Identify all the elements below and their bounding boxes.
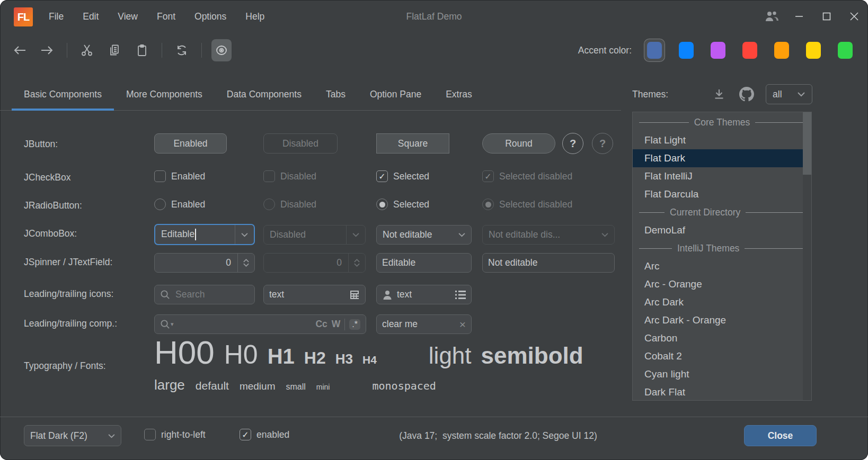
chevron-down-icon[interactable]: [235, 225, 254, 244]
themes-filter-combobox[interactable]: all: [766, 84, 812, 104]
refresh-button[interactable]: [172, 39, 192, 61]
github-icon[interactable]: [739, 87, 754, 102]
radio-selected-icon[interactable]: [376, 199, 388, 210]
tab-tabs[interactable]: Tabs: [314, 78, 358, 110]
checkbox-icon[interactable]: [144, 429, 156, 440]
accent-swatch-red[interactable]: [740, 39, 760, 61]
theme-list-scrollbar-thumb[interactable]: [803, 112, 811, 175]
show-hidden-toggle[interactable]: [211, 39, 232, 61]
close-window-button[interactable]: [840, 0, 868, 33]
theme-item-arc-dark[interactable]: Arc Dark: [633, 293, 811, 311]
checkbox-icon[interactable]: [154, 170, 166, 182]
theme-item-dark-flat[interactable]: Dark Flat: [633, 383, 811, 401]
checkbox-disabled: Disabled: [263, 170, 316, 182]
theme-item-arc[interactable]: Arc: [633, 257, 811, 275]
chevron-down-icon[interactable]: [102, 426, 121, 446]
enabled-checkbox[interactable]: ✓ enabled: [240, 429, 289, 440]
radio-icon[interactable]: [154, 199, 166, 210]
textfield-editable[interactable]: Editable: [376, 253, 472, 273]
theme-item-arc-dark-orange[interactable]: Arc Dark - Orange: [633, 311, 811, 329]
theme-item-arc-orange[interactable]: Arc - Orange: [633, 275, 811, 293]
radio-enabled[interactable]: Enabled: [154, 199, 205, 210]
list-icon[interactable]: [455, 290, 466, 300]
theme-item-flat-light[interactable]: Flat Light: [633, 131, 811, 149]
help-button[interactable]: ?: [562, 133, 583, 154]
whole-words-toggle[interactable]: W: [332, 319, 341, 330]
search-with-options-field[interactable]: ▾ Cc W .*: [154, 314, 366, 334]
menu-file[interactable]: File: [39, 0, 73, 33]
toolbar-separator: [162, 43, 162, 58]
radio-selected[interactable]: Selected: [376, 199, 429, 210]
text-field-table[interactable]: text: [263, 285, 366, 304]
theme-item-flat-dark[interactable]: Flat Dark: [633, 149, 811, 167]
table-icon[interactable]: [349, 290, 360, 300]
combobox-editable[interactable]: Editable: [154, 224, 255, 245]
cut-button[interactable]: [77, 39, 97, 61]
clear-icon[interactable]: ×: [459, 318, 466, 331]
copy-button[interactable]: [104, 39, 125, 61]
accent-swatch-green[interactable]: [835, 39, 855, 61]
download-icon[interactable]: [713, 88, 725, 101]
checkbox-checked-icon[interactable]: ✓: [240, 429, 251, 440]
combobox-not-editable[interactable]: Not editable: [376, 225, 472, 245]
paste-button[interactable]: [132, 39, 152, 61]
theme-item-flat-intellij[interactable]: Flat IntelliJ: [633, 167, 811, 185]
accent-swatch-orange[interactable]: [772, 39, 792, 61]
title-bar: FL File Edit View Font Options Help Flat…: [0, 0, 868, 33]
back-button[interactable]: [10, 39, 30, 61]
combobox-editable-value: Editable: [161, 229, 194, 239]
menu-help[interactable]: Help: [236, 0, 274, 33]
accent-swatch-default[interactable]: [644, 39, 665, 61]
clearable-field[interactable]: clear me ×: [376, 314, 472, 334]
enabled-button[interactable]: Enabled: [154, 133, 227, 154]
monospaced-sample: monospaced: [372, 380, 436, 392]
tab-basic-components[interactable]: Basic Components: [12, 78, 114, 110]
toolbar-separator: [201, 43, 202, 58]
forward-button[interactable]: [37, 39, 57, 61]
spinner-enabled[interactable]: 0: [154, 253, 255, 273]
tab-data-components[interactable]: Data Components: [215, 78, 314, 110]
search-dropdown-icon[interactable]: ▾: [160, 319, 174, 329]
leading-comp-row-label: Leading/trailing comp.:: [24, 318, 117, 329]
users-icon[interactable]: [758, 0, 785, 33]
theme-item-flat-darcula[interactable]: Flat Darcula: [633, 185, 811, 203]
tab-more-components[interactable]: More Components: [114, 78, 215, 110]
menu-view[interactable]: View: [108, 0, 147, 33]
themes-filter-value: all: [773, 89, 782, 100]
chevron-down-icon[interactable]: [452, 226, 471, 244]
menu-options[interactable]: Options: [185, 0, 236, 33]
theme-item-demolaf[interactable]: DemoLaf: [633, 221, 811, 239]
accent-swatch-magenta[interactable]: [708, 39, 728, 61]
checkbox-icon: [263, 170, 275, 182]
status-text: (Java 17; system scale factor 2.0; Segoe…: [347, 425, 649, 446]
tab-extras[interactable]: Extras: [433, 78, 484, 110]
lookandfeel-combobox[interactable]: Flat Dark (F2): [24, 425, 121, 446]
menu-edit[interactable]: Edit: [73, 0, 108, 33]
rtl-checkbox[interactable]: right-to-left: [144, 429, 206, 440]
square-button[interactable]: Square: [376, 133, 449, 154]
radio-disabled: Disabled: [263, 199, 316, 210]
theme-item-cyan-light[interactable]: Cyan light: [633, 365, 811, 383]
tab-option-pane[interactable]: Option Pane: [358, 78, 433, 110]
accent-swatch-blue[interactable]: [676, 39, 696, 61]
maximize-button[interactable]: [813, 0, 840, 33]
match-case-toggle[interactable]: Cc: [315, 319, 327, 330]
checkbox-checked-icon[interactable]: ✓: [376, 170, 388, 182]
search-field[interactable]: [154, 285, 255, 304]
menu-font[interactable]: Font: [147, 0, 185, 33]
text-field-person[interactable]: text: [376, 285, 472, 304]
round-button[interactable]: Round: [482, 133, 555, 154]
accent-swatch-yellow[interactable]: [803, 39, 823, 61]
regex-toggle[interactable]: .*: [349, 319, 360, 330]
combobox-not-editable-disabled: Not editable dis...: [482, 225, 615, 245]
checkbox-enabled[interactable]: Enabled: [154, 170, 205, 182]
minimize-button[interactable]: [785, 0, 813, 33]
theme-item-carbon[interactable]: Carbon: [633, 329, 811, 347]
search-input[interactable]: [174, 288, 249, 301]
themes-label: Themes:: [632, 89, 668, 100]
theme-item-cobalt-2[interactable]: Cobalt 2: [633, 347, 811, 365]
close-button[interactable]: Close: [744, 425, 817, 446]
spinner-arrows-icon[interactable]: [237, 254, 254, 272]
titlebar-buttons: [758, 0, 868, 33]
checkbox-selected[interactable]: ✓ Selected: [376, 170, 429, 182]
